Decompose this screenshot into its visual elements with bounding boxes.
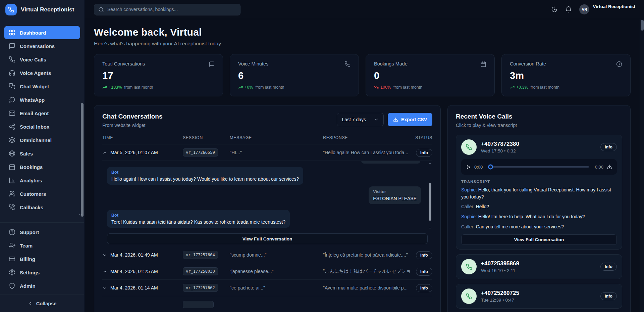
sidebar-item-email-agent[interactable]: Email Agent [4,106,80,120]
info-badge[interactable]: Info [600,143,617,151]
sidebar-item-team[interactable]: Team [4,239,80,252]
sidebar-item-callbacks[interactable]: Callbacks [4,200,80,214]
sidebar-item-label: Sales [20,151,33,157]
sidebar-item-settings[interactable]: Settings [4,266,80,279]
sidebar-scrollbar-thumb[interactable] [81,103,84,217]
session-badge: vr_177266559 [183,148,218,157]
table-row[interactable]: Mar 4, 2026, 01:49 AM vr_177257604 "scum… [102,247,432,263]
sidebar-item-label: Conversations [20,43,55,49]
chevron-up-icon[interactable] [102,150,107,155]
sidebar-item-sales[interactable]: Sales [4,147,80,160]
sidebar-item-conversations[interactable]: Conversations [4,39,80,53]
transcript-text: Hello, thank you for calling Virtual Rec… [461,187,611,199]
divider [0,222,84,223]
stat-delta-note: from last month [531,85,559,90]
row-time: Mar 4, 2026, 01:14 AM [110,285,158,291]
brand: Virtual Receptionist [0,0,84,19]
sidebar-item-voice-agents[interactable]: Voice Agents [4,66,80,80]
sidebar-item-support[interactable]: Support [4,225,80,239]
info-badge[interactable]: Info [600,292,617,300]
sidebar-item-admin[interactable]: Admin [4,279,80,293]
chevron-up-icon[interactable] [428,162,432,166]
bot-message-bubble: Bot Tere! Kuidas ma saan teid täna aidat… [107,210,290,228]
voice-call-card[interactable]: +40725395869 Wed 16:10 • 2:11 Info [456,254,622,279]
info-badge[interactable]: Info [600,263,617,271]
sidebar-item-label: WhatsApp [20,97,45,103]
column-session: SESSION [183,135,230,140]
column-message: MESSAGE [230,135,323,140]
sidebar-item-label: Support [20,229,39,235]
seek-slider[interactable] [489,166,589,168]
info-badge[interactable]: Info [416,284,432,292]
page-scrollbar[interactable] [640,19,644,312]
play-button[interactable] [466,165,471,170]
session-badge [183,301,214,308]
page-scrollbar-thumb[interactable] [641,20,644,31]
gear-icon [9,269,15,276]
date-range-select[interactable]: Last 7 days [337,113,384,126]
download-recording-button[interactable] [607,164,612,170]
table-row[interactable]: Mar 4, 2026, 01:14 AM vr_177257662 "ce p… [102,280,432,296]
stats-row: Total Conversations 17 +183% from last m… [94,54,631,96]
view-full-conversation-button[interactable]: View Full Conversation [107,233,428,244]
transcript-line: Caller: Can you tell me more about your … [461,224,617,231]
scrollbar-thumb[interactable] [429,183,431,221]
main-content: Welcome back, Virtual Here's what's happ… [85,19,644,312]
sidebar-item-dashboard[interactable]: Dashboard [4,26,80,39]
row-message: "ce pachete ai..." [230,285,323,291]
table-row[interactable]: Mar 4, 2026, 01:25 AM vr_177258030 "japa… [102,263,432,280]
stat-label: Conversion Rate [510,61,546,66]
conversation-scrollbar[interactable] [428,161,432,230]
table-row[interactable]: Mar 5, 2026, 01:07 AM vr_177266559 "HI..… [102,144,432,161]
speaker-label: Caller: [461,224,475,229]
layers-icon [9,137,15,143]
app-logo [5,4,17,15]
theme-toggle-button[interactable] [551,6,558,13]
phone-icon [8,7,14,13]
sidebar-item-label: Omnichannel [20,137,52,143]
search-icon [98,7,104,12]
chevron-down-icon[interactable] [102,253,107,258]
sidebar-item-label: Social Inbox [20,124,49,130]
view-full-conversation-button[interactable]: View Full Conversation [461,234,617,245]
chat-panel-title: Chat Conversations [102,113,162,120]
stat-delta: +183% [109,85,122,90]
scroll-more-chevron-down-icon [78,212,83,217]
sidebar-item-whatsapp[interactable]: WhatsApp [4,93,80,106]
chevron-down-icon[interactable] [428,226,432,230]
sidebar: Virtual Receptionist Dashboard Conversat… [0,0,85,312]
user-menu[interactable]: VR Virtual Receptionist [579,4,635,14]
sidebar-item-social-inbox[interactable]: Social Inbox [4,120,80,133]
seek-slider-knob[interactable] [488,165,493,170]
collapse-sidebar-button[interactable]: Collapse [0,295,84,312]
table-row-partial[interactable] [102,296,432,312]
info-badge[interactable]: Info [416,251,432,259]
message-text: Hello again! How can I assist you today?… [111,176,299,182]
sidebar-item-chat-widget[interactable]: Chat Widget [4,80,80,93]
chevron-down-icon[interactable] [102,285,107,291]
export-csv-button[interactable]: Export CSV [388,113,432,126]
sidebar-item-bookings[interactable]: Bookings [4,160,80,174]
sidebar-item-billing[interactable]: Billing [4,252,80,266]
message-text: ESTONIAN PLEASE [373,196,417,201]
notifications-button[interactable] [565,6,572,13]
grid-icon [9,29,15,36]
stat-card: Total Conversations 17 +183% from last m… [94,54,223,96]
bell-icon [565,6,572,13]
search-input[interactable] [107,7,236,12]
sidebar-item-voice-calls[interactable]: Voice Calls [4,53,80,66]
chat-bubble-partial [361,161,420,164]
search-box[interactable] [94,4,240,15]
info-badge[interactable]: Info [416,268,432,276]
transcript-text: Hello? [476,204,489,209]
table-header: TIME SESSION MESSAGE RESPONSE STATUS [102,128,432,144]
voice-call-card[interactable]: +40737872380 Wed 17:50 • 0:32 Info 0:00 [456,135,622,250]
stat-delta: +0% [245,85,253,90]
voice-call-card[interactable]: +40725260725 Tue 12:39 • 0:47 Info [456,284,622,309]
sidebar-item-analytics[interactable]: Analytics [4,174,80,187]
sidebar-item-omnichannel[interactable]: Omnichannel [4,133,80,147]
moon-icon [551,6,558,13]
chevron-down-icon[interactable] [102,269,107,274]
sidebar-item-customers[interactable]: Customers [4,187,80,200]
info-badge[interactable]: Info [416,149,432,157]
